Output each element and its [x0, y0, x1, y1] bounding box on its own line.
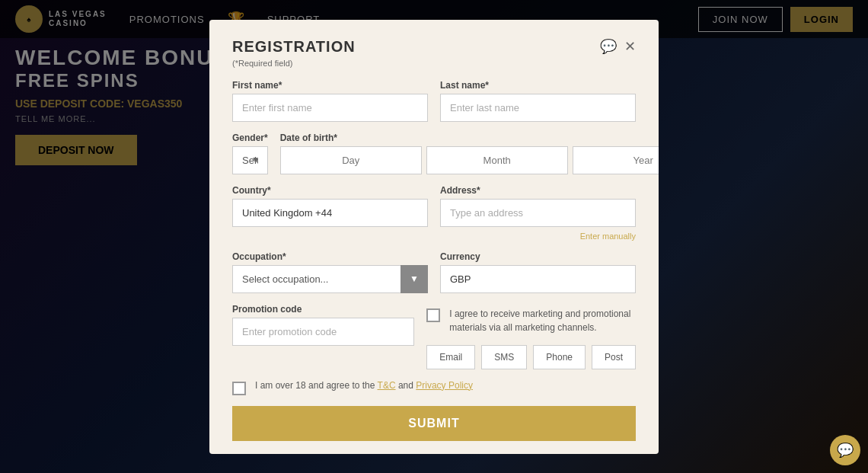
gender-dob-row: Gender* Select gender... Male Female Oth… [232, 133, 636, 174]
last-name-input[interactable] [440, 94, 636, 122]
promo-marketing-row: Promotion code I agree to receive market… [232, 304, 636, 369]
country-input[interactable] [232, 199, 428, 227]
terms-link[interactable]: T&C [378, 380, 396, 391]
post-channel-button[interactable]: Post [592, 345, 636, 369]
dob-year-input[interactable] [573, 146, 659, 174]
enter-manually-link[interactable]: Enter manually [440, 232, 636, 241]
country-label: Country* [232, 185, 428, 196]
occupation-label: Occupation* [232, 251, 428, 262]
currency-group: Currency [440, 251, 636, 293]
occupation-group: Occupation* Select occupation... Employe… [232, 251, 428, 293]
address-group: Address* Enter manually [440, 185, 636, 241]
address-label: Address* [440, 185, 636, 196]
date-inputs [280, 146, 659, 174]
chat-icon[interactable]: 💬 [600, 38, 617, 55]
close-icon[interactable]: ✕ [624, 38, 636, 55]
first-name-input[interactable] [232, 94, 428, 122]
last-name-label: Last name* [440, 80, 636, 91]
chat-bubble-icon: 💬 [837, 442, 854, 459]
occupation-dropdown-button[interactable]: ▼ [400, 265, 428, 293]
currency-input[interactable] [440, 265, 636, 293]
required-note: (*Required field) [232, 59, 636, 68]
chevron-down-icon: ▼ [410, 273, 419, 284]
phone-channel-button[interactable]: Phone [533, 345, 586, 369]
privacy-policy-link[interactable]: Privacy Policy [416, 380, 473, 391]
marketing-group: I agree to receive marketing and promoti… [426, 304, 636, 369]
occupation-select[interactable]: Select occupation... Employed Self-emplo… [232, 265, 428, 293]
promo-input[interactable] [232, 318, 414, 346]
submit-button[interactable]: Submit [232, 406, 636, 441]
live-chat-button[interactable]: 💬 [830, 435, 860, 465]
dob-month-input[interactable] [426, 146, 568, 174]
dob-group: Date of birth* [280, 133, 659, 174]
dob-day-input[interactable] [280, 146, 422, 174]
currency-label: Currency [440, 251, 636, 262]
registration-modal: REGISTRATION 💬 ✕ (*Required field) First… [209, 20, 659, 454]
marketing-row: I agree to receive marketing and promoti… [426, 307, 636, 334]
address-input[interactable] [440, 199, 636, 227]
country-address-row: Country* Address* Enter manually [232, 185, 636, 241]
occupation-select-wrapper: Select occupation... Employed Self-emplo… [232, 265, 428, 293]
name-row: First name* Last name* [232, 80, 636, 122]
dob-label: Date of birth* [280, 133, 659, 143]
terms-text: I am over 18 and agree to the T&C and Pr… [255, 380, 473, 391]
sms-channel-button[interactable]: SMS [481, 345, 527, 369]
gender-label: Gender* [232, 133, 268, 143]
modal-header: REGISTRATION 💬 ✕ [232, 38, 636, 56]
first-name-label: First name* [232, 80, 428, 91]
modal-title: REGISTRATION [232, 38, 356, 56]
marketing-text: I agree to receive marketing and promoti… [449, 307, 636, 334]
promo-group: Promotion code [232, 304, 414, 369]
marketing-checkbox[interactable] [426, 308, 440, 322]
gender-group: Gender* Select gender... Male Female Oth… [232, 133, 268, 174]
gender-select[interactable]: Select gender... Male Female Other [232, 146, 268, 174]
terms-row: I am over 18 and agree to the T&C and Pr… [232, 380, 636, 395]
first-name-group: First name* [232, 80, 428, 122]
channel-buttons: Email SMS Phone Post [426, 345, 636, 369]
modal-icons: 💬 ✕ [600, 38, 636, 55]
gender-select-wrapper: Select gender... Male Female Other ▼ [232, 146, 268, 174]
last-name-group: Last name* [440, 80, 636, 122]
terms-checkbox[interactable] [232, 382, 246, 395]
promo-label: Promotion code [232, 304, 414, 315]
email-channel-button[interactable]: Email [426, 345, 475, 369]
country-group: Country* [232, 185, 428, 241]
occupation-currency-row: Occupation* Select occupation... Employe… [232, 251, 636, 293]
